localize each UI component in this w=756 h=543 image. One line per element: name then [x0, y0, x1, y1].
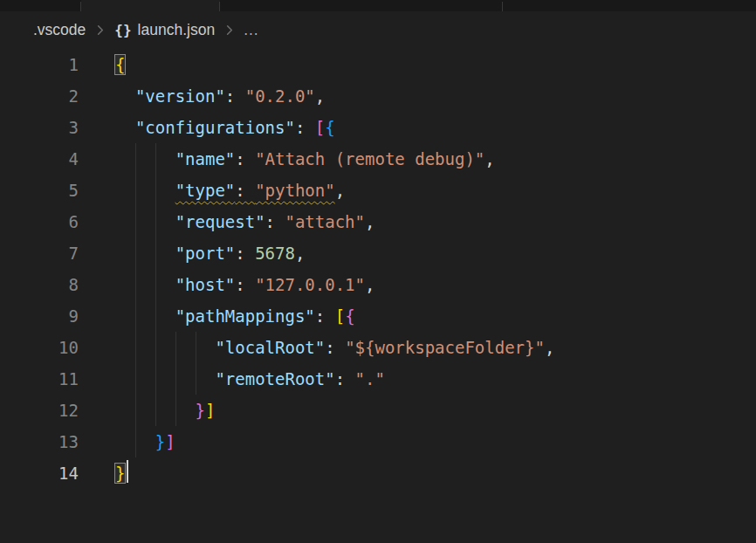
code-token: :	[235, 181, 255, 200]
breadcrumb-file-label: launch.json	[138, 21, 216, 39]
code-token: "python"	[255, 181, 335, 200]
code-token: "0.2.0"	[245, 86, 315, 106]
code-token: ]	[205, 401, 215, 420]
line-number[interactable]: 7	[0, 237, 79, 269]
breadcrumb-item-symbol[interactable]: ...	[244, 21, 259, 39]
code-token: "request"	[175, 212, 265, 231]
line-number[interactable]: 12	[0, 395, 79, 426]
code-line-8[interactable]: "host": "127.0.0.1",	[115, 269, 756, 300]
code-token: "name"	[175, 149, 236, 168]
code-token: ,	[485, 149, 494, 168]
chevron-right-icon	[223, 24, 236, 37]
line-number[interactable]: 9	[0, 300, 79, 332]
code-token: ]	[165, 432, 175, 451]
line-number[interactable]: 6	[0, 206, 79, 237]
code-token: ,	[315, 86, 325, 106]
line-number[interactable]: 5	[0, 175, 79, 206]
line-number[interactable]: 4	[0, 143, 79, 175]
code-token: {	[115, 55, 125, 74]
code-token: [	[335, 306, 345, 326]
code-line-13[interactable]: }]	[115, 426, 756, 457]
code-token: ,	[545, 338, 554, 357]
code-token: ,	[335, 181, 345, 200]
code-token: "host"	[175, 275, 236, 294]
code-line-14[interactable]: }	[115, 457, 756, 489]
code-token: ,	[365, 275, 375, 294]
code-token: "pathMappings"	[175, 306, 315, 326]
code-token: :	[235, 275, 255, 294]
code-line-5[interactable]: "type": "python",	[115, 175, 756, 206]
code-line-9[interactable]: "pathMappings": [{	[115, 300, 756, 332]
text-cursor	[127, 460, 128, 483]
breadcrumb: .vscode {} launch.json ...	[0, 11, 756, 49]
code-token: 5678	[255, 244, 295, 263]
code-token: ,	[295, 244, 305, 263]
line-number[interactable]: 13	[0, 426, 79, 457]
code-token: :	[295, 118, 315, 137]
json-braces-icon: {}	[114, 22, 131, 38]
line-number[interactable]: 14	[0, 457, 79, 489]
vscode-editor-window: .vscode {} launch.json ... 1234567891011…	[0, 0, 756, 543]
code-token: "Attach (remote debug)"	[255, 149, 485, 168]
line-number[interactable]: 3	[0, 112, 79, 143]
tab-separator	[219, 2, 220, 11]
code-token: ,	[365, 212, 375, 231]
code-token: "attach"	[285, 212, 365, 231]
code-token: "version"	[135, 86, 225, 106]
code-line-12[interactable]: }]	[115, 395, 756, 426]
code-token: :	[235, 149, 255, 168]
line-number[interactable]: 8	[0, 269, 79, 300]
code-token: }	[155, 432, 165, 451]
code-token: {	[345, 306, 354, 326]
code-token: :	[235, 244, 255, 263]
code-token: "type"	[175, 181, 236, 200]
code-token: "localRoot"	[215, 338, 325, 357]
line-number[interactable]: 10	[0, 332, 79, 363]
code-line-4[interactable]: "name": "Attach (remote debug)",	[115, 143, 756, 175]
tab-bar-edge	[0, 0, 756, 11]
tab-separator	[80, 2, 81, 11]
code-token: "remoteRoot"	[215, 369, 334, 388]
code-token: }	[196, 401, 205, 420]
line-number[interactable]: 1	[0, 49, 79, 80]
code-line-6[interactable]: "request": "attach",	[115, 206, 756, 237]
code-token: :	[335, 369, 355, 388]
code-token: "${workspaceFolder}"	[345, 338, 545, 357]
code-line-3[interactable]: "configurations": [{	[115, 112, 756, 143]
chevron-right-icon	[93, 24, 107, 37]
code-area[interactable]: { "version": "0.2.0", "configurations": …	[115, 49, 756, 489]
line-number[interactable]: 11	[0, 363, 79, 395]
line-number[interactable]: 2	[0, 80, 79, 112]
code-line-10[interactable]: "localRoot": "${workspaceFolder}",	[115, 332, 756, 363]
breadcrumb-item-file[interactable]: {} launch.json	[114, 21, 215, 39]
code-line-7[interactable]: "port": 5678,	[115, 237, 756, 269]
code-token: :	[315, 306, 335, 326]
active-tab-edge	[81, 0, 220, 11]
code-token: :	[325, 338, 345, 357]
code-token: "127.0.0.1"	[255, 275, 365, 294]
breadcrumb-item-folder[interactable]: .vscode	[33, 21, 86, 39]
gutter: 1234567891011121314	[0, 49, 79, 489]
code-line-2[interactable]: "version": "0.2.0",	[115, 80, 756, 112]
code-token: [	[315, 118, 325, 137]
code-token: {	[325, 118, 334, 137]
code-token: "."	[355, 369, 385, 388]
tab-separator	[502, 2, 503, 11]
editor[interactable]: 1234567891011121314 { "version": "0.2.0"…	[0, 49, 756, 543]
code-token: }	[115, 464, 125, 483]
code-line-1[interactable]: {	[115, 49, 756, 80]
code-token: "configurations"	[135, 118, 295, 137]
code-token: :	[225, 86, 245, 106]
code-line-11[interactable]: "remoteRoot": "."	[115, 363, 756, 395]
code-token: :	[265, 212, 285, 231]
code-token: "port"	[175, 244, 236, 263]
